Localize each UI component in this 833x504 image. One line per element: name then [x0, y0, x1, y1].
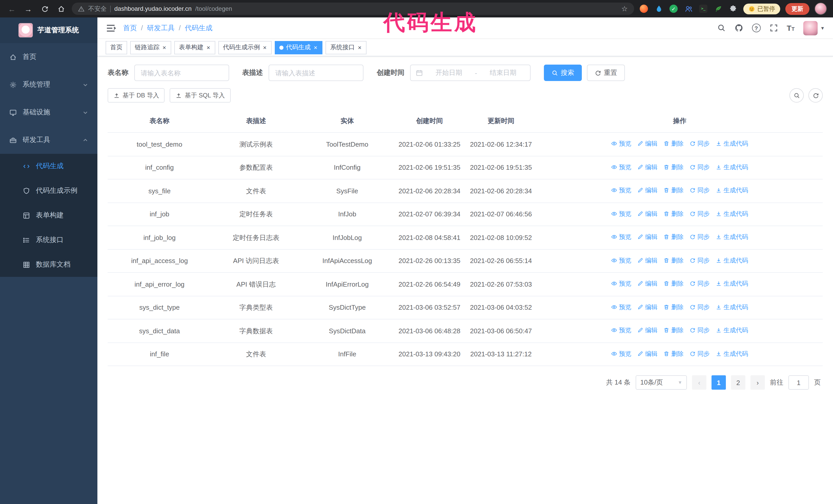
- breadcrumb-devtools[interactable]: 研发工具: [147, 23, 175, 32]
- user-menu[interactable]: ▼: [803, 21, 825, 35]
- table-name-input[interactable]: [134, 65, 229, 81]
- action-generate[interactable]: 生成代码: [716, 326, 748, 335]
- extension-drop-icon[interactable]: [654, 4, 664, 14]
- extension-check-icon[interactable]: ✓: [669, 4, 679, 14]
- fullscreen-icon[interactable]: [769, 24, 778, 32]
- paused-badge[interactable]: 已暂停: [743, 3, 780, 14]
- refresh-table-button[interactable]: [808, 88, 823, 102]
- font-size-icon[interactable]: TT: [787, 24, 795, 32]
- action-delete[interactable]: 删除: [664, 326, 684, 335]
- action-sync[interactable]: 同步: [690, 186, 710, 195]
- breadcrumb-home[interactable]: 首页: [123, 23, 137, 32]
- action-preview[interactable]: 预览: [611, 139, 631, 148]
- action-sync[interactable]: 同步: [690, 326, 710, 335]
- action-preview[interactable]: 预览: [611, 209, 631, 218]
- reload-icon[interactable]: [39, 3, 50, 14]
- search-button[interactable]: 搜索: [544, 65, 582, 81]
- table-row[interactable]: inf_api_error_log API 错误日志 InfApiErrorLo…: [108, 272, 823, 296]
- action-generate[interactable]: 生成代码: [716, 349, 748, 358]
- table-row[interactable]: inf_job_log 定时任务日志表 InfJobLog 2021-02-08…: [108, 226, 823, 249]
- close-icon[interactable]: ×: [206, 44, 211, 50]
- table-row[interactable]: tool_test_demo 测试示例表 ToolTestDemo 2021-0…: [108, 133, 823, 156]
- action-generate[interactable]: 生成代码: [716, 232, 748, 241]
- next-page-button[interactable]: ›: [751, 375, 765, 390]
- github-icon[interactable]: [735, 24, 743, 32]
- tab-system-api[interactable]: 系统接口×: [326, 41, 366, 54]
- url-bar[interactable]: 不安全 dashboard.yudao.iocoder.cn/tool/code…: [72, 3, 634, 15]
- date-range-picker[interactable]: 开始日期 - 结束日期: [410, 65, 530, 81]
- close-icon[interactable]: ×: [357, 44, 362, 50]
- tab-codegen[interactable]: 代码生成×: [275, 41, 323, 54]
- action-sync[interactable]: 同步: [690, 209, 710, 218]
- action-preview[interactable]: 预览: [611, 326, 631, 335]
- extension-terminal-icon[interactable]: >_: [698, 4, 708, 14]
- action-preview[interactable]: 预览: [611, 162, 631, 171]
- sidebar-item-infra[interactable]: 基础设施: [0, 98, 97, 126]
- import-sql-button[interactable]: 基于 SQL 导入: [170, 88, 231, 102]
- action-preview[interactable]: 预览: [611, 279, 631, 288]
- table-row[interactable]: inf_config 参数配置表 InfConfig 2021-02-06 19…: [108, 156, 823, 179]
- prev-page-button[interactable]: ‹: [692, 375, 706, 390]
- sidebar-item-db-doc[interactable]: 数据库文档: [0, 252, 97, 277]
- action-edit[interactable]: 编辑: [638, 302, 658, 311]
- help-icon[interactable]: ?: [752, 24, 761, 32]
- action-generate[interactable]: 生成代码: [716, 139, 748, 148]
- action-edit[interactable]: 编辑: [638, 326, 658, 335]
- table-row[interactable]: inf_file 文件表 InfFile 2021-03-13 09:43:20…: [108, 342, 823, 366]
- back-icon[interactable]: ←: [6, 3, 18, 14]
- page-button-1[interactable]: 1: [712, 375, 726, 390]
- table-row[interactable]: sys_file 文件表 SysFile 2021-02-06 20:28:34…: [108, 179, 823, 202]
- action-sync[interactable]: 同步: [690, 302, 710, 311]
- action-delete[interactable]: 删除: [664, 279, 684, 288]
- import-db-button[interactable]: 基于 DB 导入: [108, 88, 165, 102]
- action-edit[interactable]: 编辑: [638, 256, 658, 265]
- goto-page-input[interactable]: [788, 375, 809, 390]
- table-row[interactable]: sys_dict_data 字典数据表 SysDictData 2021-03-…: [108, 319, 823, 342]
- tab-codegen-example[interactable]: 代码生成示例×: [218, 41, 272, 54]
- puzzle-icon[interactable]: [728, 4, 738, 14]
- action-sync[interactable]: 同步: [690, 256, 710, 265]
- reset-button[interactable]: 重置: [587, 65, 625, 81]
- sidebar-item-system[interactable]: 系统管理: [0, 71, 97, 98]
- browser-profile-avatar[interactable]: [814, 3, 827, 15]
- home-icon[interactable]: [55, 3, 67, 14]
- action-generate[interactable]: 生成代码: [716, 256, 748, 265]
- action-sync[interactable]: 同步: [690, 139, 710, 148]
- toggle-search-button[interactable]: [789, 88, 804, 102]
- action-delete[interactable]: 删除: [664, 139, 684, 148]
- table-row[interactable]: sys_dict_type 字典类型表 SysDictType 2021-03-…: [108, 296, 823, 319]
- action-generate[interactable]: 生成代码: [716, 186, 748, 195]
- action-edit[interactable]: 编辑: [638, 162, 658, 171]
- close-icon[interactable]: ×: [162, 44, 167, 50]
- action-delete[interactable]: 删除: [664, 209, 684, 218]
- page-size-select[interactable]: 10条/页 ▼: [636, 375, 687, 390]
- table-desc-input[interactable]: [269, 65, 363, 81]
- action-generate[interactable]: 生成代码: [716, 279, 748, 288]
- action-edit[interactable]: 编辑: [638, 232, 658, 241]
- sidebar-item-home[interactable]: 首页: [0, 43, 97, 71]
- action-delete[interactable]: 删除: [664, 186, 684, 195]
- action-generate[interactable]: 生成代码: [716, 302, 748, 311]
- tab-tracing[interactable]: 链路追踪×: [130, 41, 171, 54]
- action-generate[interactable]: 生成代码: [716, 209, 748, 218]
- action-generate[interactable]: 生成代码: [716, 162, 748, 171]
- browser-update-button[interactable]: 更新: [785, 3, 809, 15]
- action-sync[interactable]: 同步: [690, 162, 710, 171]
- action-preview[interactable]: 预览: [611, 349, 631, 358]
- action-sync[interactable]: 同步: [690, 279, 710, 288]
- table-row[interactable]: inf_job 定时任务表 InfJob 2021-02-07 06:39:34…: [108, 202, 823, 226]
- extension-orange-icon[interactable]: [639, 4, 649, 14]
- action-preview[interactable]: 预览: [611, 302, 631, 311]
- action-sync[interactable]: 同步: [690, 232, 710, 241]
- action-delete[interactable]: 删除: [664, 256, 684, 265]
- action-preview[interactable]: 预览: [611, 186, 631, 195]
- tab-form-builder[interactable]: 表单构建×: [174, 41, 215, 54]
- action-delete[interactable]: 删除: [664, 162, 684, 171]
- search-icon[interactable]: [717, 24, 726, 32]
- sidebar-item-codegen-example[interactable]: 代码生成示例: [0, 178, 97, 203]
- action-sync[interactable]: 同步: [690, 349, 710, 358]
- action-preview[interactable]: 预览: [611, 256, 631, 265]
- action-edit[interactable]: 编辑: [638, 279, 658, 288]
- action-delete[interactable]: 删除: [664, 232, 684, 241]
- action-preview[interactable]: 预览: [611, 232, 631, 241]
